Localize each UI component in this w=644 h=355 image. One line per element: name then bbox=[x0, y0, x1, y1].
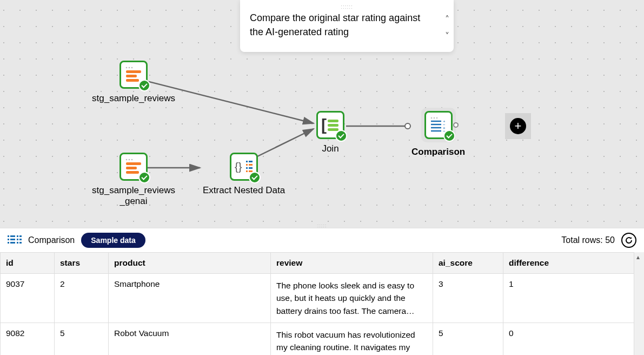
node-stg-sample-reviews[interactable]: stg_sample_reviews bbox=[92, 61, 175, 104]
svg-rect-48 bbox=[19, 235, 22, 237]
svg-text:[: [ bbox=[321, 116, 327, 134]
svg-rect-18 bbox=[246, 161, 248, 162]
comparison-icon: + − × ÷ bbox=[424, 111, 453, 139]
svg-rect-27 bbox=[328, 120, 338, 122]
col-header-id[interactable]: id bbox=[1, 253, 55, 274]
svg-point-11 bbox=[126, 159, 128, 161]
node-comparison[interactable]: + − × ÷ Comparison bbox=[411, 108, 465, 157]
col-header-ai-score[interactable]: ai_score bbox=[433, 253, 503, 274]
svg-point-6 bbox=[129, 67, 130, 69]
chevron-down-icon[interactable]: ˅ bbox=[445, 30, 449, 42]
tooltip-scrollbar[interactable]: ˄ ˅ bbox=[445, 13, 449, 42]
node-label: Comparison bbox=[411, 147, 465, 157]
panel-drag-handle-icon[interactable]: ::::: bbox=[317, 223, 327, 228]
svg-rect-19 bbox=[249, 161, 253, 162]
cell-stars: 5 bbox=[55, 323, 109, 355]
svg-rect-21 bbox=[249, 164, 253, 166]
col-header-product[interactable]: product bbox=[109, 253, 271, 274]
cell-stars: 2 bbox=[55, 274, 109, 323]
svg-point-30 bbox=[430, 117, 432, 119]
svg-rect-16 bbox=[126, 171, 139, 174]
output-port[interactable] bbox=[453, 122, 459, 128]
svg-rect-50 bbox=[19, 239, 22, 240]
svg-rect-10 bbox=[126, 79, 139, 82]
cell-difference: 1 bbox=[503, 274, 634, 323]
svg-rect-42 bbox=[10, 235, 15, 237]
svg-point-13 bbox=[131, 159, 133, 161]
cell-difference: 0 bbox=[503, 323, 634, 355]
svg-rect-28 bbox=[328, 124, 338, 127]
svg-point-12 bbox=[129, 159, 130, 161]
col-header-difference[interactable]: difference bbox=[503, 253, 634, 274]
success-badge-icon bbox=[443, 130, 455, 142]
cell-review: The phone looks sleek and is easy to use… bbox=[271, 274, 433, 323]
comparison-panel-icon bbox=[8, 234, 22, 246]
svg-rect-22 bbox=[246, 167, 248, 169]
plus-icon: + bbox=[510, 118, 526, 134]
svg-point-31 bbox=[433, 117, 435, 119]
cell-product: Smartphone bbox=[109, 274, 271, 323]
svg-rect-24 bbox=[246, 170, 248, 172]
scroll-up-icon[interactable]: ▴ bbox=[636, 253, 640, 261]
node-label: Extract Nested Data bbox=[203, 185, 285, 196]
svg-rect-51 bbox=[17, 242, 18, 244]
node-description-tooltip: :::::: Compare the original star rating … bbox=[240, 0, 454, 52]
svg-point-4 bbox=[405, 123, 410, 129]
success-badge-icon bbox=[138, 80, 150, 91]
node-join[interactable]: [ Join bbox=[316, 111, 344, 154]
node-label: stg_sample_reviews _genai bbox=[92, 185, 175, 207]
svg-rect-49 bbox=[17, 239, 18, 240]
table-row[interactable]: 9037 2 Smartphone The phone looks sleek … bbox=[1, 274, 634, 323]
svg-text:{}: {} bbox=[235, 161, 242, 173]
success-badge-icon bbox=[138, 172, 150, 183]
svg-rect-47 bbox=[17, 235, 18, 237]
svg-rect-8 bbox=[126, 70, 141, 73]
svg-rect-45 bbox=[8, 242, 9, 244]
chevron-up-icon[interactable]: ˄ bbox=[445, 13, 449, 25]
col-header-review[interactable]: review bbox=[271, 253, 433, 274]
drag-handle-icon[interactable]: :::::: bbox=[341, 3, 353, 11]
refresh-icon bbox=[625, 236, 633, 245]
data-table-wrap: id stars product review ai_score differe… bbox=[0, 252, 644, 355]
node-label: stg_sample_reviews bbox=[92, 93, 175, 104]
svg-point-32 bbox=[436, 117, 437, 119]
svg-rect-9 bbox=[126, 75, 137, 77]
source-table-icon bbox=[119, 61, 148, 89]
extract-nested-icon: {} bbox=[230, 153, 258, 181]
node-label: Join bbox=[322, 143, 338, 154]
refresh-button[interactable] bbox=[621, 233, 636, 248]
source-table-icon bbox=[119, 153, 148, 181]
svg-point-5 bbox=[126, 67, 128, 69]
svg-rect-23 bbox=[249, 167, 253, 169]
node-extract-nested-data[interactable]: {} Extract Nested Data bbox=[203, 153, 285, 196]
svg-rect-46 bbox=[10, 242, 15, 244]
success-badge-icon bbox=[335, 130, 347, 142]
col-header-stars[interactable]: stars bbox=[55, 253, 109, 274]
svg-rect-15 bbox=[126, 167, 137, 169]
panel-header: Comparison Sample data Total rows: 50 bbox=[0, 228, 644, 252]
table-scrollbar[interactable]: ▴ bbox=[634, 252, 644, 355]
svg-rect-52 bbox=[19, 242, 22, 244]
svg-rect-41 bbox=[8, 235, 9, 237]
svg-rect-14 bbox=[126, 162, 141, 165]
workflow-canvas[interactable]: :::::: Compare the original star rating … bbox=[0, 0, 644, 228]
svg-rect-20 bbox=[246, 164, 248, 166]
add-node-button[interactable]: + bbox=[505, 113, 531, 139]
cell-ai-score: 5 bbox=[433, 323, 503, 355]
panel-title: Comparison bbox=[28, 235, 75, 245]
cell-id: 9082 bbox=[1, 323, 55, 355]
svg-rect-29 bbox=[328, 128, 338, 131]
success-badge-icon bbox=[249, 172, 261, 183]
node-stg-sample-reviews-genai[interactable]: stg_sample_reviews _genai bbox=[92, 153, 175, 207]
table-header-row: id stars product review ai_score differe… bbox=[1, 253, 634, 274]
data-preview-panel: ::::: Comparison Sample data Total rows:… bbox=[0, 228, 644, 355]
sample-data-pill[interactable]: Sample data bbox=[81, 233, 145, 248]
table-row[interactable]: 9082 5 Robot Vacuum This robot vacuum ha… bbox=[1, 323, 634, 355]
svg-point-7 bbox=[131, 67, 133, 69]
total-rows-label: Total rows: 50 bbox=[561, 235, 615, 245]
join-icon: [ bbox=[316, 111, 344, 139]
cell-review: This robot vacuum has revolutionized my … bbox=[271, 323, 433, 355]
data-table: id stars product review ai_score differe… bbox=[0, 252, 634, 355]
cell-product: Robot Vacuum bbox=[109, 323, 271, 355]
tooltip-text: Compare the original star rating against… bbox=[250, 12, 420, 37]
